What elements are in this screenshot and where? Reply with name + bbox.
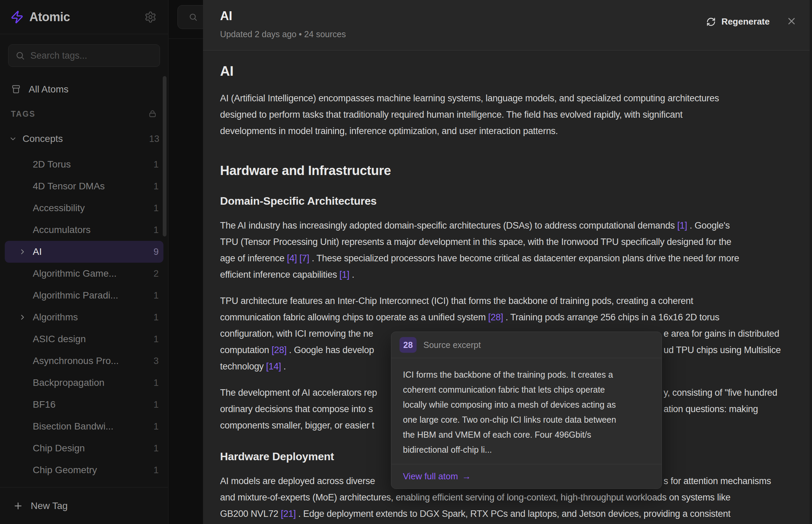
sidebar-tag-chip-geometry[interactable]: Chip Geometry1 — [5, 459, 163, 481]
page-title: AI — [220, 9, 706, 23]
sidebar-item-all-atoms[interactable]: All Atoms — [8, 80, 160, 99]
excerpt-line: locally while composing into a mesh of d… — [403, 397, 653, 412]
citation-link[interactable]: [1] — [677, 220, 687, 231]
plus-icon — [13, 501, 23, 511]
sidebar-tag-accumulators[interactable]: Accumulators1 — [5, 219, 163, 241]
tag-label: Accumulators — [33, 224, 154, 235]
divider — [169, 39, 203, 39]
new-tag-label: New Tag — [31, 500, 68, 511]
popover-body: ICI forms the backbone of the training p… — [391, 358, 662, 464]
article-line: age of inference [4] [7] . These special… — [220, 250, 797, 266]
tags-section-label: TAGS — [11, 110, 148, 119]
tag-label: Algorithmic Paradi... — [33, 290, 154, 301]
view-full-atom-label: View full atom — [403, 471, 458, 482]
sidebar-tag-asynchronous-pro[interactable]: Asynchronous Pro...3 — [5, 350, 163, 372]
tag-count: 2 — [154, 268, 159, 279]
sidebar-tag-4d-tensor-dmas[interactable]: 4D Tensor DMAs1 — [5, 175, 163, 197]
popover-label: Source excerpt — [423, 340, 481, 350]
citation-link[interactable]: [4] — [287, 253, 297, 263]
citation-link[interactable]: [1] — [339, 270, 349, 280]
tag-label: ASIC design — [33, 334, 154, 345]
sidebar-tag-algorithms[interactable]: Algorithms1 — [5, 306, 163, 328]
source-excerpt-popover: 28 Source excerpt ICI forms the backbone… — [391, 332, 662, 489]
tags-section-header: TAGS — [8, 109, 160, 119]
group-label: Concepts — [23, 133, 149, 144]
tag-count: 1 — [154, 443, 159, 454]
scrollbar-gutter[interactable] — [810, 0, 812, 524]
tag-count: 1 — [154, 181, 159, 192]
sidebar-search[interactable] — [8, 44, 160, 67]
sidebar-tag-chip-design[interactable]: Chip Design1 — [5, 437, 163, 459]
excerpt-line: one large core. Two on-chip ICI links ro… — [403, 412, 653, 427]
page-subtitle: Updated 2 days ago • 24 sources — [220, 29, 706, 39]
article-line: communication fabric allowing chips to o… — [220, 309, 797, 325]
tag-label: BF16 — [33, 399, 154, 410]
article-title: AI — [220, 63, 797, 79]
article-heading: Domain-Specific Architectures — [220, 194, 797, 207]
tag-count: 1 — [154, 225, 159, 235]
refresh-icon — [706, 17, 716, 27]
sidebar-tag-algorithmic-paradi[interactable]: Algorithmic Paradi...1 — [5, 285, 163, 306]
article-line: GB200 NVL72 [21] . Edge deployment exten… — [220, 506, 797, 522]
tag-label: Asynchronous Pro... — [33, 355, 154, 366]
tag-label: Accessibility — [33, 203, 154, 214]
close-icon[interactable] — [786, 16, 797, 27]
tag-label: 4D Tensor DMAs — [33, 181, 154, 192]
new-tag-button[interactable]: New Tag — [0, 487, 168, 524]
arrow-right-icon: → — [462, 471, 471, 482]
archive-box-icon — [11, 84, 21, 94]
search-icon — [189, 13, 198, 21]
chevron-down-icon — [9, 135, 18, 143]
article-line: designed to perform tasks that tradition… — [220, 106, 797, 123]
article-line: developments in model training, inferenc… — [220, 123, 797, 139]
citation-link[interactable]: [14] — [266, 361, 281, 372]
popover-header: 28 Source excerpt — [391, 332, 662, 358]
article-line: and mixture-of-experts (MoE) architectur… — [220, 489, 797, 506]
citation-link[interactable]: [28] — [488, 312, 503, 322]
view-full-atom-link[interactable]: View full atom → — [403, 471, 471, 482]
article-line: efficient inference capabilities [1] . — [220, 266, 797, 283]
article-paragraph: The AI industry has increasingly adopted… — [220, 217, 797, 283]
sidebar-tag-ai[interactable]: AI9 — [5, 241, 163, 263]
sidebar-tag-accessibility[interactable]: Accessibility1 — [5, 197, 163, 219]
tag-count: 9 — [154, 247, 159, 257]
sidebar-tag-backpropagation[interactable]: Backpropagation1 — [5, 372, 163, 394]
lightning-bolt-logo-icon — [10, 10, 24, 24]
gear-icon[interactable] — [144, 11, 157, 23]
app-title: Atomic — [29, 10, 144, 24]
excerpt-line: the HBM and VMEM of each core. Four 496G… — [403, 427, 653, 442]
sidebar-tag-bf16[interactable]: BF161 — [5, 394, 163, 416]
tag-count: 1 — [154, 159, 159, 170]
tag-count: 1 — [154, 465, 159, 476]
chevron-right-icon — [18, 313, 29, 321]
sidebar-tag-asic-design[interactable]: ASIC design1 — [5, 328, 163, 350]
article-heading: Hardware and Infrastructure — [220, 163, 797, 178]
all-atoms-label: All Atoms — [29, 84, 69, 95]
tag-count: 1 — [154, 312, 159, 323]
sidebar-scrollbar-thumb[interactable] — [163, 76, 166, 236]
search-icon — [15, 51, 25, 60]
article-line: AI (Artificial Intelligence) encompasses… — [220, 90, 797, 106]
tag-count: 1 — [154, 290, 159, 301]
sidebar-tag-bisection-bandwi[interactable]: Bisection Bandwi...1 — [5, 416, 163, 437]
tag-list: 2D Torus14D Tensor DMAs1Accessibility1Ac… — [5, 154, 163, 503]
article-line: TPU (Tensor Processing Unit) represents … — [220, 234, 797, 250]
sidebar-tag-2d-torus[interactable]: 2D Torus1 — [5, 154, 163, 175]
article-line: TPU architecture features an Inter-Chip … — [220, 293, 797, 309]
detail-panel: AI Updated 2 days ago • 24 sources Regen… — [203, 0, 812, 524]
sidebar: Atomic All Atoms TAGS Concepts 13 2D Tor… — [0, 0, 169, 524]
lock-icon[interactable] — [148, 109, 157, 119]
detail-header: AI Updated 2 days ago • 24 sources Regen… — [203, 0, 812, 50]
regenerate-button[interactable]: Regenerate — [706, 16, 770, 27]
citation-link[interactable]: [7] — [299, 253, 309, 263]
sidebar-tag-algorithmic-game[interactable]: Algorithmic Game...2 — [5, 263, 163, 285]
citation-link[interactable]: [21] — [281, 509, 296, 519]
tag-count: 1 — [154, 334, 159, 345]
tag-count: 1 — [154, 378, 159, 388]
search-tags-input[interactable] — [30, 50, 153, 61]
sidebar-group-concepts[interactable]: Concepts 13 — [5, 129, 163, 149]
tag-count: 1 — [154, 399, 159, 410]
tag-label: 2D Torus — [33, 159, 154, 170]
tag-label: Backpropagation — [33, 377, 154, 388]
citation-link[interactable]: [28] — [272, 345, 287, 355]
